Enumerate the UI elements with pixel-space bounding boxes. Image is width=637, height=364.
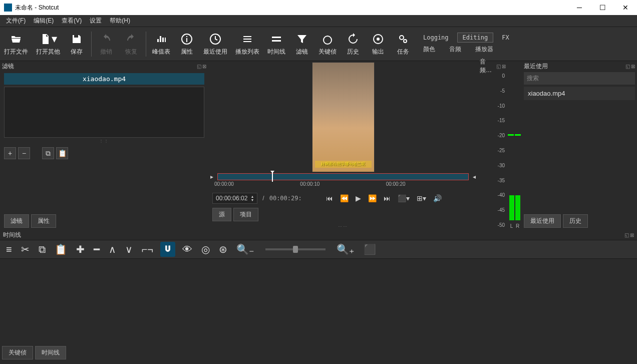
open-file-button[interactable]: 打开文件: [0, 28, 32, 60]
menu-settings[interactable]: 设置: [86, 15, 106, 27]
tab-source[interactable]: 源: [212, 208, 231, 221]
tab-recent[interactable]: 最近使用: [524, 214, 561, 228]
close-panel-icon[interactable]: ⊠: [202, 64, 206, 69]
mode-fx[interactable]: FX: [496, 33, 514, 43]
export-button[interactable]: 输出: [366, 28, 391, 60]
mode-player[interactable]: 播放器: [470, 44, 499, 55]
timeline-menu-button[interactable]: ≡: [4, 242, 14, 257]
tab-history[interactable]: 历史: [563, 214, 588, 228]
open-other-button[interactable]: ▾ 打开其他: [32, 28, 64, 60]
save-button[interactable]: 保存: [64, 28, 89, 60]
mode-editing[interactable]: Editing: [457, 33, 494, 43]
minimize-button[interactable]: ─: [568, 0, 591, 15]
redo-icon: [125, 32, 137, 47]
redo-button[interactable]: 恢复: [119, 28, 144, 60]
meter-icon: [155, 32, 167, 47]
close-button[interactable]: ✕: [614, 0, 637, 15]
remove-filter-button[interactable]: −: [18, 147, 30, 159]
recent-title: 最近使用: [524, 62, 548, 71]
close-panel-icon[interactable]: ⊠: [630, 232, 634, 238]
filters-panel: 滤镜 ◱⊠ xiaodao.mp4 ⋮⋮ + − ⧉ 📋 滤镜 属性: [0, 61, 208, 230]
tab-filters[interactable]: 滤镜: [4, 214, 29, 228]
resize-handle[interactable]: ⋮⋮: [0, 138, 208, 144]
menu-edit[interactable]: 编辑(E): [30, 15, 58, 27]
funnel-icon: [296, 32, 308, 47]
close-panel-icon[interactable]: ⊠: [502, 64, 506, 69]
recent-panel: 最近使用 ◱⊠ 搜索 xiaodao.mp4 最近使用 历史: [522, 61, 637, 230]
maximize-button[interactable]: ☐: [591, 0, 614, 15]
tab-keyframes-bottom[interactable]: 关键侦: [2, 346, 33, 359]
tab-properties[interactable]: 属性: [31, 214, 56, 228]
timeline-tracks[interactable]: [0, 259, 637, 344]
lift-button[interactable]: ∧: [107, 241, 118, 257]
menu-help[interactable]: 帮助(H): [106, 15, 134, 27]
mode-audio[interactable]: 音频: [444, 44, 467, 55]
undock-icon[interactable]: ◱: [625, 64, 630, 69]
rewind-button[interactable]: ⏪: [339, 193, 350, 203]
undo-icon: [100, 32, 112, 47]
jobs-button[interactable]: 任务: [391, 28, 416, 60]
skip-start-button[interactable]: ⏮: [325, 193, 334, 203]
main-toolbar: 打开文件 ▾ 打开其他 保存 撤销 恢复 峰值表 属性 最近使用 播放列表 时间…: [0, 27, 637, 61]
save-icon: [71, 32, 83, 47]
search-input[interactable]: 搜索: [524, 72, 635, 85]
copy-filter-button[interactable]: ⧉: [42, 147, 54, 159]
recent-button[interactable]: 最近使用: [199, 28, 231, 60]
remove-button[interactable]: ━: [92, 241, 102, 257]
mode-logging[interactable]: Logging: [418, 33, 454, 43]
cut-button[interactable]: ✂: [19, 241, 32, 257]
stopwatch-icon: [322, 32, 334, 47]
grid-button[interactable]: ⊞▾: [416, 193, 427, 203]
paste-button[interactable]: 📋: [53, 241, 69, 257]
play-button[interactable]: ▶: [355, 193, 362, 203]
snap-button[interactable]: [160, 242, 175, 257]
file-icon: ▾: [40, 32, 57, 47]
duration-label: 00:00:29:: [269, 195, 302, 202]
paste-filter-button[interactable]: 📋: [56, 147, 68, 159]
menubar: 文件(F) 编辑(E) 查看(V) 设置 帮助(H): [0, 15, 637, 27]
overwrite-button[interactable]: ∨: [123, 241, 135, 257]
append-button[interactable]: ✚: [74, 241, 87, 257]
timeline-toolbar: ≡ ✂ ⧉ 📋 ✚ ━ ∧ ∨ ⌐¬ 👁 ◎ ⊛ 🔍₋ 🔍₊ ⬛: [0, 240, 637, 259]
audio-meter-panel: 音频… ◱⊠ 0 -5 -10 -15 -20 -25 -30 -35 -40 …: [478, 61, 508, 230]
scrub-button[interactable]: 👁: [180, 242, 194, 257]
resize-handle-center[interactable]: ⋯⋯: [208, 223, 478, 230]
undock-icon[interactable]: ◱: [496, 64, 501, 69]
peak-meter-button[interactable]: 峰值表: [148, 28, 174, 60]
undock-icon[interactable]: ◱: [197, 64, 201, 69]
selected-clip[interactable]: xiaodao.mp4: [4, 73, 204, 85]
split-button[interactable]: ⌐¬: [140, 242, 155, 257]
volume-button[interactable]: 🔊: [432, 193, 443, 203]
history-button[interactable]: 历史: [341, 28, 366, 60]
filters-button[interactable]: 滤镜: [289, 28, 314, 60]
ripple-button[interactable]: ◎: [199, 241, 212, 257]
copy-button[interactable]: ⧉: [37, 242, 48, 257]
keyframes-button[interactable]: 关键侦: [314, 28, 341, 60]
recent-item[interactable]: xiaodao.mp4: [524, 87, 635, 100]
timecode-input[interactable]: 00:00:06:02 ▲▼: [212, 193, 257, 204]
properties-button[interactable]: 属性: [174, 28, 199, 60]
menu-view[interactable]: 查看(V): [58, 15, 86, 27]
skip-end-button[interactable]: ⏭: [383, 193, 392, 203]
video-preview[interactable]: 好啊那你想学哪句哈兰呢: [208, 61, 478, 173]
fast-forward-button[interactable]: ⏩: [367, 193, 378, 203]
zoom-slider[interactable]: [265, 248, 326, 250]
zoom-fit-button[interactable]: ⬛▾: [397, 193, 411, 203]
add-filter-button[interactable]: +: [4, 147, 16, 159]
playlist-button[interactable]: 播放列表: [231, 28, 263, 60]
menu-file[interactable]: 文件(F): [2, 15, 30, 27]
mode-color[interactable]: 颜色: [418, 44, 441, 55]
zoom-in-button[interactable]: 🔍₊: [335, 241, 357, 257]
tab-project[interactable]: 项目: [233, 208, 258, 221]
timeline-button[interactable]: 时间线: [263, 28, 289, 60]
tab-timeline-bottom[interactable]: 时间线: [35, 346, 66, 359]
disc-icon: [372, 32, 384, 47]
undock-icon[interactable]: ◱: [624, 232, 629, 238]
undo-button[interactable]: 撤销: [94, 28, 119, 60]
zoom-fit-timeline-button[interactable]: ⬛: [362, 241, 378, 257]
scrubber[interactable]: ▸◂ 00:00:00 00:00:10 00:00:20: [208, 173, 478, 191]
zoom-out-button[interactable]: 🔍₋: [234, 241, 256, 257]
window-title: 未命名 - Shotcut: [15, 4, 568, 12]
ripple-all-button[interactable]: ⊛: [217, 241, 229, 257]
close-panel-icon[interactable]: ⊠: [631, 64, 635, 69]
